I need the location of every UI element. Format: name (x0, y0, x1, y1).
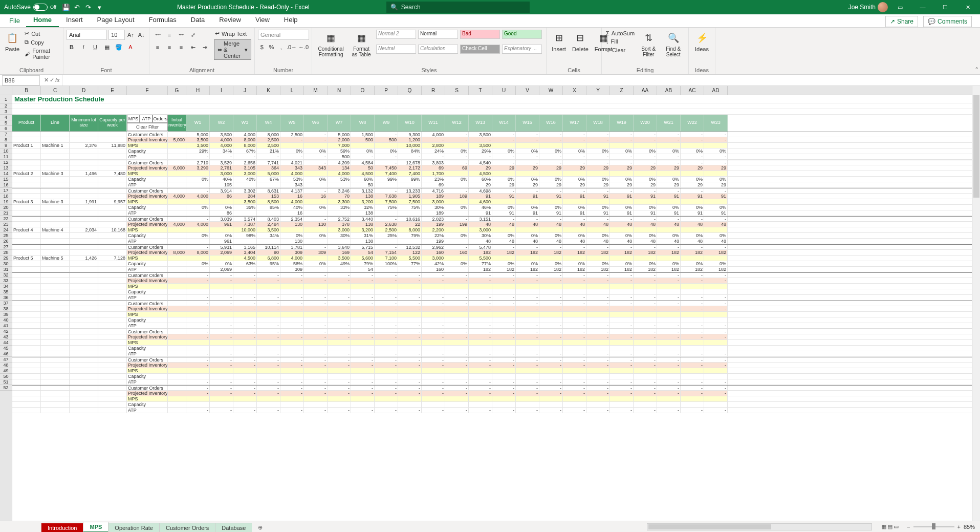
insert-label: Insert (552, 46, 566, 52)
find-select-button[interactable]: 🔍Find & Select (661, 30, 685, 58)
conditional-formatting-button[interactable]: ▦Conditional Formatting (315, 30, 346, 58)
autosave-toggle[interactable]: AutoSave Off (0, 4, 60, 11)
menu-tab-review[interactable]: Review (212, 13, 248, 27)
number-group-label: Number (258, 66, 309, 73)
align-middle-icon[interactable]: ≡ (164, 30, 175, 40)
find-label: Find & Select (663, 46, 683, 57)
decrease-font-icon[interactable]: A↓ (137, 30, 146, 40)
number-format-select[interactable]: General (258, 30, 309, 40)
search-box[interactable]: 🔍 Search (386, 2, 530, 13)
align-left-icon[interactable]: ≡ (153, 42, 163, 52)
ideas-button[interactable]: ⚡Ideas (692, 30, 712, 53)
collapse-ribbon-icon[interactable]: ^ (975, 67, 978, 72)
qat-customize-icon[interactable]: ▾ (94, 2, 105, 13)
align-center-icon[interactable]: ≡ (164, 42, 175, 52)
close-button[interactable]: ✕ (957, 0, 978, 14)
redo-icon[interactable]: ↷ (83, 2, 94, 13)
table-label: Format as Table (352, 46, 371, 57)
ribbon-options-icon[interactable]: ▭ (890, 0, 910, 14)
formula-input[interactable] (62, 75, 980, 86)
dec-decimal-icon[interactable]: ←.0 (298, 42, 309, 52)
eraser-icon: ◇ (606, 47, 610, 53)
enter-formula-icon[interactable]: ✓ (50, 77, 54, 83)
comments-button[interactable]: 💬Comments (923, 16, 972, 27)
align-right-icon[interactable]: ≡ (176, 42, 186, 52)
menu-tab-formulas[interactable]: Formulas (142, 13, 184, 27)
fill-color-button[interactable]: 🪣 (114, 42, 124, 52)
paste-button[interactable]: 📋 Paste (3, 30, 21, 66)
fill-button[interactable]: ↓Fill (605, 38, 636, 45)
indent-inc-icon[interactable]: ⇥ (200, 42, 210, 52)
menu-tab-data[interactable]: Data (184, 13, 212, 27)
inc-decimal-icon[interactable]: .0→ (287, 42, 297, 52)
merge-center-button[interactable]: ⬌Merge & Center▾ (214, 39, 251, 60)
delete-cells-button[interactable]: ⊟Delete (570, 30, 591, 66)
menu-tab-insert[interactable]: Insert (59, 13, 90, 27)
menu-tab-view[interactable]: View (248, 13, 277, 27)
orientation-icon[interactable]: ⤢ (188, 30, 198, 40)
cut-button[interactable]: ✂Cut (24, 30, 60, 37)
menu-tab-help[interactable]: Help (277, 13, 305, 27)
cells-group-label: Cells (550, 66, 598, 73)
maximize-button[interactable]: ☐ (935, 0, 955, 14)
name-box[interactable]: B86 (2, 75, 40, 86)
sort-icon: ⇅ (641, 31, 656, 45)
paste-icon: 📋 (5, 31, 19, 45)
border-button[interactable]: ▦ (102, 42, 112, 52)
clear-button[interactable]: ◇Clear (605, 46, 636, 54)
percent-icon[interactable]: % (268, 42, 276, 52)
copy-button[interactable]: ⧉Copy (24, 38, 60, 46)
style-explanatory[interactable]: Explanatory ... (502, 45, 542, 54)
share-label: Share (897, 18, 913, 25)
painter-label: Format Painter (32, 48, 59, 60)
format-as-table-button[interactable]: ▦Format as Table (350, 30, 373, 58)
font-name-select[interactable]: Arial (67, 30, 107, 40)
format-painter-button[interactable]: 🖌Format Painter (24, 47, 60, 60)
font-size-select[interactable]: 10 (108, 30, 124, 40)
style-neutral[interactable]: Neutral (376, 45, 416, 54)
style-check-cell[interactable]: Check Cell (460, 45, 500, 54)
menu-tab-page-layout[interactable]: Page Layout (90, 13, 142, 27)
user-name[interactable]: Joe Smith (848, 4, 876, 11)
align-top-icon[interactable]: ⬴ (153, 30, 163, 40)
share-button[interactable]: ↗Share (885, 16, 918, 27)
bold-button[interactable]: B (67, 42, 77, 52)
menu-tab-home[interactable]: Home (26, 13, 59, 27)
style-bad[interactable]: Bad (460, 30, 500, 39)
currency-icon[interactable]: $ (258, 42, 266, 52)
autosum-label: AutoSum (612, 30, 635, 36)
save-icon[interactable]: 💾 (60, 2, 72, 13)
file-tab[interactable]: File (3, 14, 26, 27)
italic-button[interactable]: I (78, 42, 89, 52)
style-good[interactable]: Good (502, 30, 542, 39)
search-placeholder: Search (401, 4, 421, 11)
copy-label: Copy (31, 39, 44, 46)
underline-button[interactable]: U (90, 42, 100, 52)
share-icon: ↗ (890, 18, 895, 25)
cancel-formula-icon[interactable]: ✕ (44, 77, 49, 83)
comma-icon[interactable]: , (277, 42, 285, 52)
autosum-button[interactable]: ΣAutoSum (605, 30, 636, 37)
insert-cells-button[interactable]: ⊞Insert (550, 30, 568, 66)
chevron-down-icon: ▾ (245, 47, 248, 53)
font-color-button[interactable]: A (125, 42, 136, 52)
user-avatar[interactable] (878, 2, 888, 12)
editing-group-label: Editing (605, 66, 685, 73)
clear-label: Clear (612, 47, 625, 53)
sort-filter-button[interactable]: ⇅Sort & Filter (638, 30, 659, 58)
menu-bar: File HomeInsertPage LayoutFormulasDataRe… (0, 14, 980, 28)
style-normal[interactable]: Normal (418, 30, 458, 39)
style-calculation[interactable]: Calculation (418, 45, 458, 54)
cut-label: Cut (31, 31, 40, 37)
fx-icon[interactable]: fx (55, 77, 60, 83)
wrap-text-button[interactable]: ↩Wrap Text (214, 30, 251, 37)
undo-icon[interactable]: ↶ (72, 2, 83, 13)
style-normal2[interactable]: Normal 2 (376, 30, 416, 39)
increase-font-icon[interactable]: A↑ (126, 30, 136, 40)
align-bottom-icon[interactable]: ⬵ (176, 30, 186, 40)
minimize-button[interactable]: — (912, 0, 933, 14)
indent-dec-icon[interactable]: ⇤ (188, 42, 198, 52)
copy-icon: ⧉ (25, 39, 29, 46)
scissors-icon: ✂ (25, 30, 29, 37)
delete-icon: ⊟ (573, 31, 587, 45)
